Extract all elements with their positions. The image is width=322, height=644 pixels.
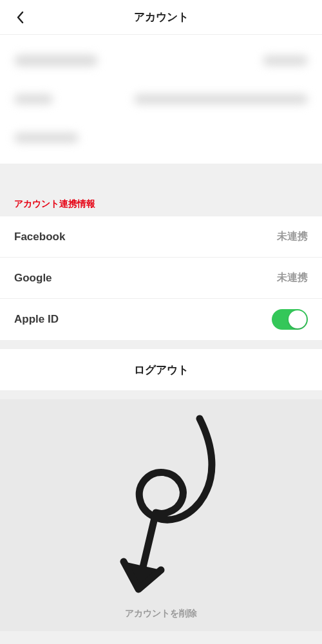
linked-account-status: 未連携 <box>277 230 308 243</box>
blurred-row <box>0 41 322 80</box>
header: アカウント <box>0 0 322 35</box>
apple-id-toggle[interactable] <box>272 309 308 330</box>
linked-account-facebook[interactable]: Facebook 未連携 <box>0 216 322 258</box>
linked-account-apple-id: Apple ID <box>0 299 322 340</box>
back-button[interactable] <box>10 8 30 27</box>
chevron-left-icon <box>16 11 24 24</box>
toggle-knob <box>289 310 307 328</box>
blurred-text <box>14 55 98 66</box>
blurred-text <box>14 94 53 104</box>
delete-account-button[interactable]: アカウントを削除 <box>0 603 322 625</box>
linked-account-name: Apple ID <box>14 313 59 326</box>
linked-account-name: Facebook <box>14 231 65 243</box>
linked-accounts-list: Facebook 未連携 Google 未連携 Apple ID <box>0 216 322 340</box>
blurred-text <box>14 133 79 143</box>
blurred-row <box>0 80 322 118</box>
section-gap <box>0 164 322 189</box>
bottom-area: アカウントを削除 <box>0 399 322 631</box>
logout-label: ログアウト <box>134 363 189 377</box>
blurred-text <box>263 55 308 66</box>
linked-account-google[interactable]: Google 未連携 <box>0 258 322 299</box>
linked-accounts-label: アカウント連携情報 <box>0 189 322 216</box>
blurred-text <box>134 94 308 104</box>
section-gap <box>0 390 322 399</box>
logout-button[interactable]: ログアウト <box>0 349 322 390</box>
section-gap <box>0 340 322 349</box>
blurred-row <box>0 118 322 157</box>
linked-account-status: 未連携 <box>277 271 308 285</box>
delete-account-label: アカウントを削除 <box>125 608 197 618</box>
linked-account-name: Google <box>14 272 52 285</box>
account-info-section-blurred <box>0 35 322 164</box>
annotation-arrow-icon <box>90 412 232 605</box>
page-title: アカウント <box>0 10 322 24</box>
